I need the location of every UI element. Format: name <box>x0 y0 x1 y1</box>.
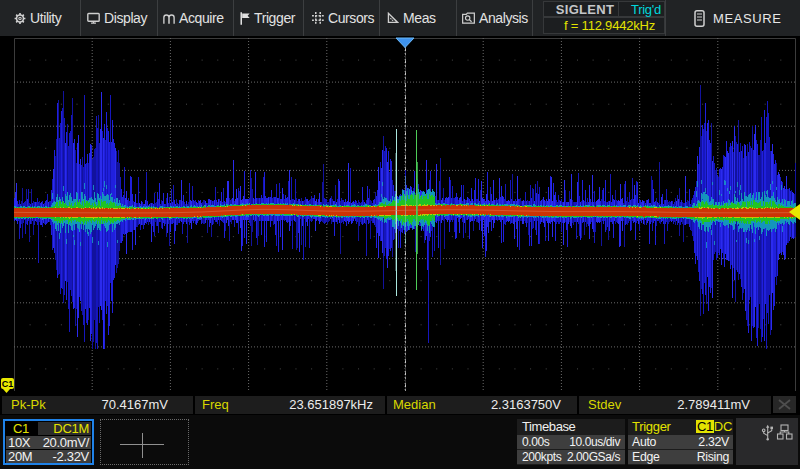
svg-text:C1: C1 <box>2 379 14 389</box>
